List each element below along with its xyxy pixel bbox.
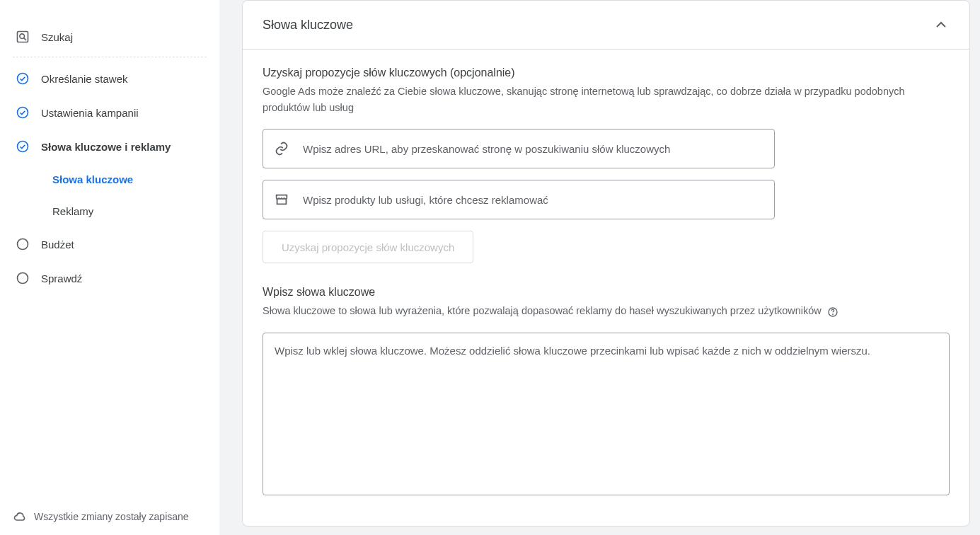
- sidebar-search[interactable]: Szukaj: [0, 20, 219, 54]
- keywords-card: Słowa kluczowe Uzyskaj propozycje słów k…: [242, 0, 970, 527]
- products-input[interactable]: [303, 194, 764, 206]
- enter-keywords-section: Wpisz słowa kluczowe Słowa kluczowe to s…: [263, 286, 950, 497]
- enter-kw-title: Wpisz słowa kluczowe: [263, 286, 950, 299]
- svg-point-6: [18, 239, 28, 250]
- help-icon[interactable]: [827, 306, 838, 318]
- chevron-up-icon: [933, 16, 950, 33]
- svg-point-9: [833, 314, 834, 315]
- enter-kw-desc: Słowa kluczowe to słowa lub wyrażenia, k…: [263, 303, 913, 319]
- check-circle-icon: [16, 71, 30, 86]
- svg-point-1: [20, 34, 25, 39]
- svg-point-4: [18, 108, 28, 118]
- get-suggestions-button[interactable]: Uzyskaj propozycje słów kluczowych: [263, 231, 473, 263]
- products-input-wrapper[interactable]: [263, 180, 775, 219]
- keywords-textarea[interactable]: [263, 333, 950, 495]
- check-circle-icon: [16, 139, 30, 154]
- check-circle-icon: [16, 105, 30, 120]
- url-input-wrapper[interactable]: [263, 129, 775, 168]
- sidebar-footer-label: Wszystkie zmiany zostały zapisane: [34, 511, 189, 522]
- sidebar-subnav: Słowa kluczowe Reklamy: [0, 163, 219, 227]
- sidebar-item-review[interactable]: Sprawdź: [0, 261, 219, 295]
- sidebar-subitem-ads[interactable]: Reklamy: [41, 195, 219, 227]
- main: Słowa kluczowe Uzyskaj propozycje słów k…: [219, 0, 980, 535]
- get-suggestions-button-label: Uzyskaj propozycje słów kluczowych: [282, 241, 454, 253]
- sidebar-item-keywords[interactable]: Słowa kluczowe i reklamy: [0, 130, 219, 163]
- radio-empty-icon: [16, 271, 30, 285]
- sidebar-item-label: Sprawdź: [41, 272, 219, 284]
- app-root: Szukaj Określanie stawek Ustawienia kamp: [0, 0, 980, 535]
- sidebar-divider: [13, 57, 207, 57]
- svg-point-3: [18, 74, 28, 84]
- suggest-desc: Google Ads może znaleźć za Ciebie słowa …: [263, 84, 913, 116]
- svg-point-5: [18, 142, 28, 152]
- card-header[interactable]: Słowa kluczowe: [243, 1, 969, 50]
- radio-empty-icon: [16, 237, 30, 251]
- svg-rect-0: [18, 32, 28, 42]
- sidebar-item-budget[interactable]: Budżet: [0, 227, 219, 261]
- url-input[interactable]: [303, 143, 764, 155]
- sidebar-item-campaign[interactable]: Ustawienia kampanii: [0, 96, 219, 130]
- link-icon: [273, 140, 290, 157]
- sidebar-item-bidding[interactable]: Określanie stawek: [0, 62, 219, 96]
- sidebar-subitem-label: Słowa kluczowe: [52, 173, 133, 185]
- storefront-icon: [273, 191, 290, 208]
- sidebar-inner: Szukaj Określanie stawek Ustawienia kamp: [0, 0, 219, 497]
- suggest-section: Uzyskaj propozycje słów kluczowych (opcj…: [263, 67, 950, 286]
- enter-kw-desc-text: Słowa kluczowe to słowa lub wyrażenia, k…: [263, 305, 822, 316]
- sidebar-subitem-label: Reklamy: [52, 205, 93, 217]
- suggest-title: Uzyskaj propozycje słów kluczowych (opcj…: [263, 67, 950, 79]
- sidebar-item-label: Słowa kluczowe i reklamy: [41, 141, 219, 153]
- svg-line-2: [24, 38, 26, 40]
- sidebar-search-label: Szukaj: [41, 31, 219, 43]
- card-body: Uzyskaj propozycje słów kluczowych (opcj…: [243, 50, 969, 526]
- sidebar-item-label: Budżet: [41, 238, 219, 251]
- search-icon: [16, 30, 30, 44]
- svg-point-7: [18, 273, 28, 284]
- sidebar-item-label: Określanie stawek: [41, 73, 219, 85]
- sidebar-subitem-keywords[interactable]: Słowa kluczowe: [41, 163, 219, 195]
- sidebar: Szukaj Określanie stawek Ustawienia kamp: [0, 0, 219, 535]
- cloud-icon: [13, 510, 27, 524]
- sidebar-item-label: Ustawienia kampanii: [41, 107, 219, 119]
- sidebar-footer: Wszystkie zmiany zostały zapisane: [0, 497, 219, 535]
- card-title: Słowa kluczowe: [263, 18, 353, 33]
